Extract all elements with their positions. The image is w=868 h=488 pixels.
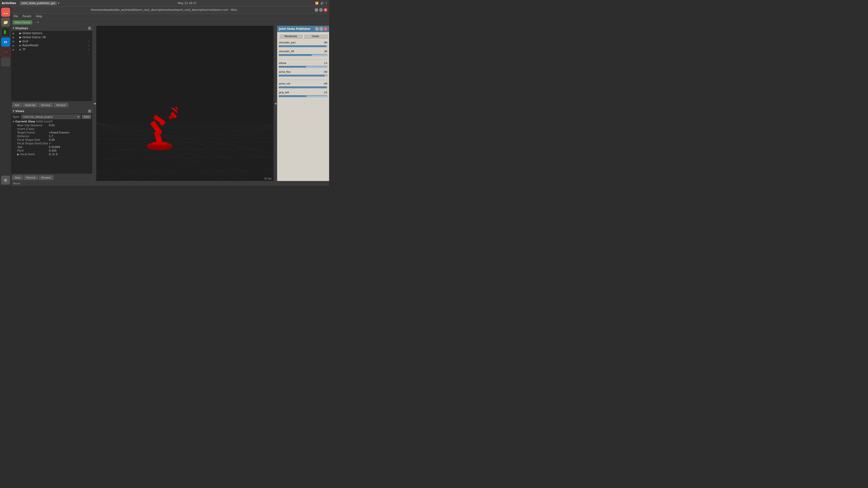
topbar: Activities joint_state_publisher_gui ▾ M… — [0, 0, 329, 6]
duplicate-display-button[interactable]: Duplicate — [23, 103, 38, 107]
close-button[interactable]: ✕ — [324, 8, 327, 12]
displays-close-button[interactable]: ✕ — [88, 27, 91, 30]
grid-label: Grid — [22, 40, 87, 43]
rename-display-button[interactable]: Rename — [54, 103, 68, 107]
display-item-tf[interactable]: ▶ ▶ TF ✓ — [11, 47, 92, 52]
display-item-grid[interactable]: ▶ ▶ Grid ✓ — [11, 39, 92, 43]
save-view-button[interactable]: Save — [12, 175, 23, 180]
elbow-value: .13 — [323, 62, 328, 65]
clock: May 12 16:37 — [178, 2, 196, 5]
randomize-button[interactable]: Randomize — [279, 34, 303, 38]
shoulder-lift-slider-container — [279, 53, 327, 57]
tf-check: ✓ — [88, 48, 91, 51]
remove-view-button[interactable]: Remove — [24, 175, 38, 180]
elbow-label: elbow — [279, 62, 286, 65]
displays-panel-title: Displays — [16, 27, 28, 30]
sidebar-icon-vscode[interactable]: VS — [1, 37, 10, 46]
grip-left-value: .15 — [323, 91, 328, 94]
displays-collapse-arrow[interactable]: ▼ — [13, 27, 14, 29]
right-panel-collapse-button[interactable]: ◀ — [274, 26, 277, 181]
views-close-button[interactable]: ✕ — [88, 109, 91, 113]
sidebar-icon-firefox[interactable]: 🦊 — [1, 8, 10, 17]
displays-list: ▶ ▶ Global Options ▶ ▶ Global Status: Ok — [11, 31, 92, 101]
sidebar-icon-terminal[interactable]: ▌ — [1, 28, 10, 37]
joint-control-shoulder-lift: shoulder_lift .36 — [279, 50, 327, 57]
wrist-flex-value: .90 — [323, 70, 328, 73]
move-camera-button[interactable]: Move Camera — [13, 20, 32, 24]
center-button[interactable]: Center — [304, 34, 327, 38]
activities-label[interactable]: Activities — [2, 2, 16, 5]
sidebar-icon-dark[interactable] — [1, 57, 10, 66]
views-type-label: Type: — [13, 115, 20, 119]
jsp-maximize-button[interactable]: □ — [319, 27, 323, 31]
jsp-minimize-button[interactable]: ─ — [315, 27, 319, 31]
elbow-slider-container — [279, 65, 327, 69]
display-item-robotmodel[interactable]: ▶ ▶ RobotModel ✓ — [11, 43, 92, 47]
svg-point-38 — [146, 144, 173, 150]
toolbar-arrow: ▾ — [37, 21, 39, 24]
jsp-title: Joint State Publisher — [279, 27, 315, 31]
left-panel-collapse-button[interactable]: ◀ — [93, 26, 96, 181]
views-type-row: Type: Orbit (rviz_default_plugins) Zero — [13, 115, 91, 119]
grid-arrow2: ▶ — [20, 40, 22, 43]
toolbar-separator: + — [34, 21, 36, 24]
display-item-global-options[interactable]: ▶ ▶ Global Options — [11, 31, 92, 35]
fps-indicator: 31 fps — [264, 177, 272, 180]
jsp-content: Randomize Center shoulder_pan .98 — [277, 32, 329, 181]
views-collapse-arrow[interactable]: ▼ — [13, 110, 14, 112]
views-footer: Save Remove Rename — [11, 174, 92, 181]
display-item-global-status[interactable]: ▶ ▶ Global Status: Ok — [11, 35, 92, 39]
view-prop-yaw: Yaw 5.52499 — [13, 145, 91, 149]
minimize-button[interactable]: ─ — [315, 8, 318, 12]
global-options-label: Global Options — [22, 32, 91, 35]
joint-header-wrist-roll: wrist_roll .99 — [279, 82, 327, 85]
add-display-button[interactable]: Add — [12, 103, 22, 107]
joint-header-shoulder-pan: shoulder_pan .98 — [279, 41, 327, 44]
sidebar-icon-files[interactable]: 📁 — [1, 18, 10, 27]
current-view-type: Orbit (rviz2) — [36, 120, 53, 123]
shoulder-pan-value: .98 — [323, 41, 328, 44]
svg-rect-36 — [172, 107, 176, 111]
current-view-arrow[interactable]: ▼ — [13, 121, 14, 123]
rviz-title: /home/andrewda/dev_ws/install/learm_ros2… — [13, 8, 315, 11]
speaker-icon: 🔊 — [320, 2, 324, 5]
views-zero-button[interactable]: Zero — [82, 115, 91, 119]
app-name-label[interactable]: joint_state_publisher_gui — [20, 1, 57, 5]
wrist-roll-slider-container — [279, 86, 327, 89]
displays-panel-header: ▼ Displays ✕ — [11, 26, 92, 31]
wifi-icon: 📶 — [315, 2, 318, 5]
view-prop-near-clip: Near Clip Distance 0.01 — [13, 124, 91, 127]
view-prop-focal-point: ▶ Focal Point 0; 0; 0 — [13, 153, 91, 156]
displays-buttons: Add Duplicate Remove Rename — [11, 101, 92, 108]
menu-panels[interactable]: Panels — [21, 14, 33, 18]
joint-state-publisher-panel: Joint State Publisher ─ □ ✕ Randomize Ce… — [277, 26, 329, 181]
rviz-toolbar: Move Camera + ▾ — [11, 19, 329, 26]
joint-control-elbow: elbow .13 — [279, 62, 327, 69]
rename-view-button[interactable]: Rename — [39, 175, 53, 180]
dropdown-arrow[interactable]: ▾ — [58, 2, 59, 5]
grid-arrow: ▶ — [13, 40, 16, 43]
global-status-arrow2: ▶ — [20, 36, 22, 39]
view-properties: Near Clip Distance 0.01 Invert Z Axis Ta… — [13, 124, 91, 156]
global-status-arrow: ▶ — [13, 36, 16, 39]
rviz-statusbar: Reset — [11, 181, 329, 186]
maximize-button[interactable]: □ — [319, 8, 323, 12]
shoulder-pan-label: shoulder_pan — [279, 41, 296, 44]
view-prop-pitch: Pitch 0.345 — [13, 149, 91, 153]
views-type-select[interactable]: Orbit (rviz_default_plugins) — [21, 115, 81, 119]
menu-help[interactable]: Help — [35, 14, 43, 18]
rviz-menubar: File Panels Help — [11, 13, 329, 19]
sidebar-icon-apps[interactable]: ⊞ — [1, 175, 10, 185]
reset-label[interactable]: Reset — [13, 182, 20, 185]
view-prop-focal-shape-size: Focal Shape Size 0.05 — [13, 138, 91, 142]
remove-display-button[interactable]: Remove — [39, 103, 53, 107]
shoulder-pan-slider-container — [279, 44, 327, 48]
grid-check: ✓ — [88, 40, 91, 43]
sidebar-icon-rviz[interactable]: ·RViz — [1, 47, 10, 57]
menu-file[interactable]: File — [12, 14, 20, 18]
jsp-close-button[interactable]: ✕ — [324, 27, 327, 31]
3d-viewport[interactable]: 31 fps — [96, 26, 274, 181]
shoulder-lift-label: shoulder_lift — [279, 50, 294, 53]
joint-header-shoulder-lift: shoulder_lift .36 — [279, 50, 327, 53]
robotmodel-arrow2: ▶ — [20, 44, 22, 47]
